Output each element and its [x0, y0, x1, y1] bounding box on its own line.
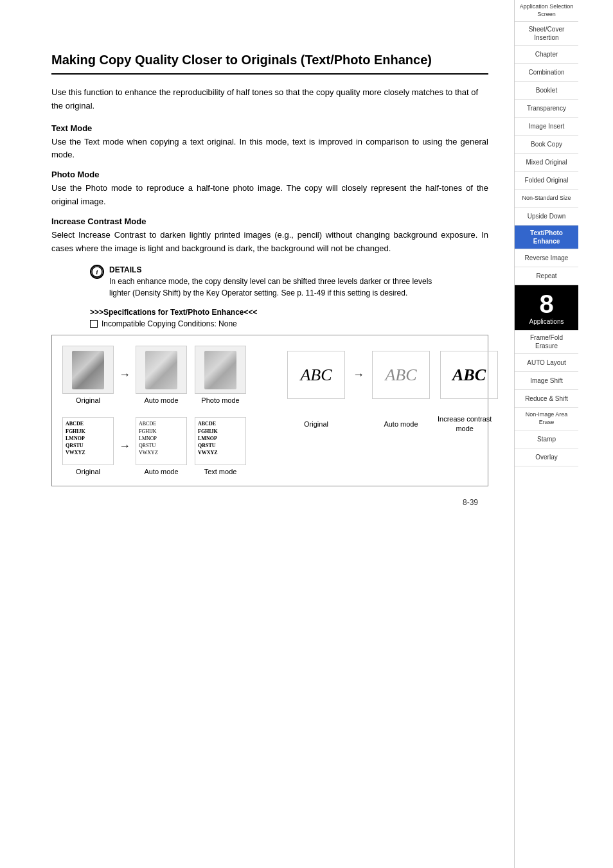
sidebar-item-image-insert[interactable]: Image Insert	[515, 118, 578, 136]
auto-mode-image	[145, 351, 177, 389]
details-box: i DETAILS In each enhance mode, the copy…	[90, 264, 450, 299]
abc-original-col: ΑBC	[287, 351, 345, 399]
abc-contrast-col: ΑBC	[440, 351, 498, 399]
intro-text: Use this function to enhance the reprodu…	[51, 86, 488, 113]
sidebar-item-overlay[interactable]: Overlay	[515, 448, 578, 466]
abc-original-box: ΑBC	[287, 351, 345, 399]
sidebar-item-reverse-image[interactable]: Reverse Image	[515, 249, 578, 267]
photo-mode-body: Use the Photo mode to reproduce a half-t…	[51, 182, 488, 209]
specs-item-text: Incompatible Copying Conditions: None	[102, 319, 237, 328]
sidebar-item-combination[interactable]: Combination	[515, 64, 578, 82]
abc-contrast-text: ΑBC	[452, 366, 486, 385]
details-icon: i	[90, 265, 104, 279]
diagram-right: ΑBC → ΑBC ΑBC Original Auto m	[282, 346, 503, 433]
sidebar-item-application-selection[interactable]: Application Selection Screen	[515, 0, 578, 22]
text-textmode-label: Text mode	[204, 468, 237, 475]
page-number: 8-39	[51, 493, 488, 512]
original-image-box	[62, 346, 114, 394]
text-original-content: ABCDEFGHIJKLMNOPQRSTUVWXYZ	[66, 420, 111, 456]
diagram-left: Original → Auto mode Photo mode	[62, 346, 246, 475]
sidebar-number: 8	[539, 291, 553, 317]
contrast-mode-section: Increase Contrast Mode Select Increase C…	[51, 217, 488, 256]
sidebar-item-reduce-shift[interactable]: Reduce & Shift	[515, 390, 578, 408]
original-image	[72, 351, 104, 389]
checkbox-icon	[90, 320, 98, 328]
contrast-mode-heading: Increase Contrast Mode	[51, 217, 488, 226]
sidebar-item-image-shift[interactable]: Image Shift	[515, 372, 578, 390]
auto-mode-label: Auto mode	[144, 396, 178, 404]
page-title: Making Copy Quality Closer to Originals …	[51, 51, 488, 75]
details-body: In each enhance mode, the copy density l…	[109, 277, 432, 297]
abc-increase-label: Increase contrastmode	[438, 414, 492, 433]
abc-auto-col: ΑBC	[372, 351, 430, 399]
sidebar-item-transparency[interactable]: Transparency	[515, 100, 578, 118]
sidebar-applications-block[interactable]: 8 Applications	[515, 285, 578, 330]
arrow-right-3: →	[353, 368, 364, 382]
text-original-label: Original	[76, 468, 100, 475]
text-row: ABCDEFGHIJKLMNOPQRSTUVWXYZ Original → AB…	[62, 417, 246, 475]
sidebar: Application Selection Screen Sheet/Cover…	[514, 0, 578, 868]
original-image-col: Original	[62, 346, 114, 404]
abc-row: ΑBC → ΑBC ΑBC	[282, 346, 503, 404]
sidebar-item-book-copy[interactable]: Book Copy	[515, 136, 578, 154]
svg-text:i: i	[96, 269, 98, 276]
details-title: DETAILS	[109, 265, 141, 274]
text-original-box: ABCDEFGHIJKLMNOPQRSTUVWXYZ	[62, 417, 114, 465]
photo-mode-image	[204, 351, 236, 389]
arrow-right-2: →	[119, 439, 130, 453]
text-auto-box: ABCDEFGHIJKLMNOPQRSTUVWXYZ	[136, 417, 187, 465]
text-mode-heading: Text Mode	[51, 123, 488, 133]
sidebar-item-folded-original[interactable]: Folded Original	[515, 172, 578, 190]
text-auto-content: ABCDEFGHIJKLMNOPQRSTUVWXYZ	[139, 420, 184, 456]
text-textmode-col: ABCDEFGHIJKLMNOPQRSTUVWXYZ Text mode	[195, 417, 246, 475]
abc-contrast-box: ΑBC	[440, 351, 498, 399]
sidebar-item-stamp[interactable]: Stamp	[515, 430, 578, 448]
text-auto-label: Auto mode	[144, 468, 178, 475]
text-original-col: ABCDEFGHIJKLMNOPQRSTUVWXYZ Original	[62, 417, 114, 475]
photo-mode-image-box	[195, 346, 246, 394]
abc-labels: Original Auto mode Increase contrastmode	[282, 414, 503, 433]
diagram-container: Original → Auto mode Photo mode	[51, 335, 488, 486]
abc-original-text: ΑBC	[300, 366, 332, 385]
sidebar-item-auto-layout[interactable]: AUTO Layout	[515, 354, 578, 372]
specs-section: >>>Specifications for Text/Photo Enhance…	[90, 308, 488, 328]
sidebar-item-sheet-cover[interactable]: Sheet/Cover Insertion	[515, 22, 578, 46]
sidebar-item-upside-down[interactable]: Upside Down	[515, 208, 578, 226]
sidebar-item-non-image-area[interactable]: Non-Image Area Erase	[515, 408, 578, 430]
sidebar-item-non-standard-size[interactable]: Non-Standard Size	[515, 190, 578, 208]
sidebar-item-text-photo-enhance[interactable]: Text/Photo Enhance	[515, 226, 578, 249]
sidebar-item-chapter[interactable]: Chapter	[515, 46, 578, 64]
arrow-right-1: →	[119, 368, 130, 382]
auto-mode-image-box	[136, 346, 187, 394]
sidebar-item-booklet[interactable]: Booklet	[515, 82, 578, 100]
sidebar-item-frame-fold[interactable]: Frame/Fold Erasure	[515, 330, 578, 354]
photo-mode-section: Photo Mode Use the Photo mode to reprodu…	[51, 170, 488, 209]
abc-auto-text: ΑBC	[385, 366, 416, 385]
sidebar-applications-label: Applications	[529, 318, 564, 325]
details-content: DETAILS In each enhance mode, the copy d…	[109, 264, 450, 299]
sidebar-item-mixed-original[interactable]: Mixed Original	[515, 154, 578, 172]
abc-auto-box: ΑBC	[372, 351, 430, 399]
photo-mode-label: Photo mode	[201, 396, 239, 404]
text-textmode-box: ABCDEFGHIJKLMNOPQRSTUVWXYZ	[195, 417, 246, 465]
text-auto-col: ABCDEFGHIJKLMNOPQRSTUVWXYZ Auto mode	[136, 417, 187, 475]
abc-auto-label: Auto mode	[372, 420, 430, 428]
specs-title: >>>Specifications for Text/Photo Enhance…	[90, 308, 488, 317]
photo-mode-heading: Photo Mode	[51, 170, 488, 179]
text-textmode-content: ABCDEFGHIJKLMNOPQRSTUVWXYZ	[198, 420, 243, 456]
specs-item: Incompatible Copying Conditions: None	[90, 319, 488, 328]
auto-mode-image-col: Auto mode	[136, 346, 187, 404]
photo-mode-image-col: Photo mode	[195, 346, 246, 404]
text-mode-body: Use the Text mode when copying a text or…	[51, 136, 488, 163]
abc-original-label: Original	[287, 420, 345, 428]
sidebar-item-repeat[interactable]: Repeat	[515, 267, 578, 285]
contrast-mode-body: Select Increase Contrast to darken light…	[51, 229, 488, 256]
original-label: Original	[76, 396, 100, 404]
image-row: Original → Auto mode Photo mode	[62, 346, 246, 404]
text-mode-section: Text Mode Use the Text mode when copying…	[51, 123, 488, 163]
main-content: Making Copy Quality Closer to Originals …	[0, 0, 514, 868]
